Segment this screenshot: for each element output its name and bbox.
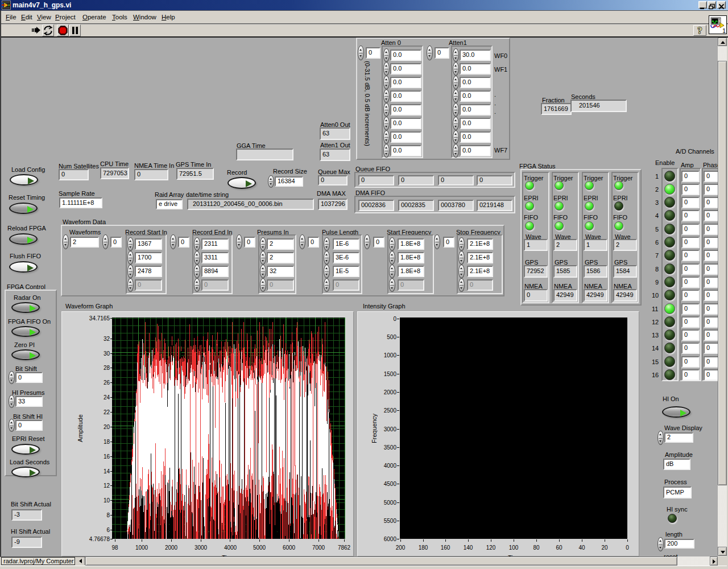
- svg-text:?: ?: [698, 26, 702, 35]
- svg-text:1: 1: [722, 27, 726, 34]
